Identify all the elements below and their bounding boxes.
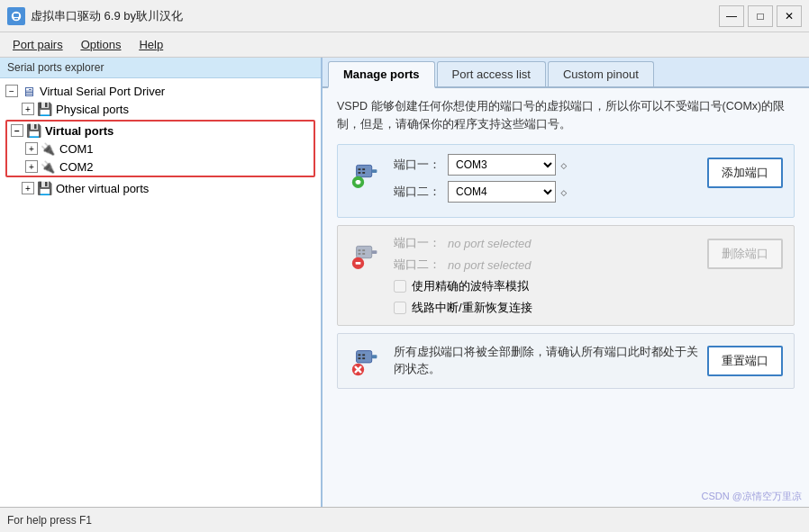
root-icon: 🖥 [20, 84, 36, 98]
reset-button[interactable]: 重置端口 [707, 346, 783, 376]
checkbox1-row: 使用精确的波特率模拟 [394, 278, 698, 294]
svg-rect-23 [362, 354, 365, 356]
com1-expander[interactable]: + [25, 142, 38, 155]
port2-dropdown-icon: ⬦ [559, 184, 568, 200]
com1-icon: 🔌 [40, 141, 56, 156]
title-bar-left: 虚拟串口驱动 6.9 by耿川汉化 [7, 7, 183, 25]
port1-dropdown-icon: ⬦ [559, 157, 568, 173]
app-icon [7, 7, 25, 25]
com2-expander[interactable]: + [25, 160, 38, 173]
checkbox2-row: 线路中断/重新恢复连接 [394, 300, 698, 316]
right-panel: Manage ports Port access list Custom pin… [323, 58, 809, 507]
title-bar: 虚拟串口驱动 6.9 by耿川汉化 — □ ✕ [0, 0, 809, 32]
delete-port2-value: no port selected [448, 258, 532, 272]
add-port2-label: 端口二： [394, 184, 448, 200]
minimize-button[interactable]: — [719, 5, 744, 27]
add-port1-row: 端口一： COM3 COM4 COM5 ⬦ [394, 154, 698, 176]
tree-virtual-ports[interactable]: − 💾 Virtual ports [7, 122, 314, 140]
svg-rect-8 [372, 169, 377, 173]
svg-rect-6 [362, 168, 365, 170]
menu-bar: Port pairs Options Help [0, 32, 809, 58]
watermark: CSDN @凉情空万里凉 [702, 490, 802, 503]
delete-port-section: 端口一： no port selected 端口二： no port selec… [337, 225, 795, 326]
other-virtual-label: Other virtual ports [56, 182, 149, 195]
svg-rect-5 [359, 172, 361, 174]
reset-description: 所有虚拟端口将被全部删除，请确认所有端口此时都处于关闭状态。 [394, 344, 698, 378]
add-port-section: 端口一： COM3 COM4 COM5 ⬦ 端口二： COM4 [337, 144, 795, 218]
delete-port-icon [349, 235, 385, 271]
tab-custom-pinout[interactable]: Custom pinout [548, 61, 654, 86]
title-bar-controls: — □ ✕ [719, 5, 802, 27]
app-title: 虚拟串口驱动 6.9 by耿川汉化 [31, 8, 183, 24]
description-text: VSPD 能够创建任何你想使用的端口号的虚拟端口，所以你可以不受端口号(COMx… [337, 97, 795, 133]
svg-rect-21 [359, 354, 361, 356]
checkbox-baudrate[interactable] [394, 280, 406, 293]
menu-help[interactable]: Help [130, 35, 172, 54]
svg-rect-7 [362, 172, 365, 174]
add-port2-row: 端口二： COM4 COM3 COM5 ⬦ [394, 181, 698, 203]
maximize-button[interactable]: □ [748, 5, 773, 27]
add-section-action: 添加端口 [707, 154, 783, 188]
checkbox-line-break[interactable] [394, 302, 406, 314]
add-port-button[interactable]: 添加端口 [707, 158, 783, 188]
svg-rect-24 [362, 357, 365, 359]
delete-port2-label: 端口二： [394, 257, 448, 273]
svg-rect-4 [359, 168, 361, 170]
svg-rect-20 [357, 351, 372, 363]
physical-ports-label: Physical ports [56, 103, 129, 116]
other-virtual-icon: 💾 [36, 181, 52, 195]
virtual-expander[interactable]: − [11, 124, 23, 137]
menu-options[interactable]: Options [72, 35, 131, 54]
menu-port-pairs[interactable]: Port pairs [4, 35, 72, 54]
add-port2-select[interactable]: COM4 COM3 COM5 [448, 181, 556, 203]
menu-options-label: Options [81, 38, 122, 51]
svg-rect-16 [362, 253, 365, 255]
com1-label: COM1 [59, 142, 94, 156]
delete-port1-label: 端口一： [394, 235, 448, 251]
svg-rect-14 [359, 253, 361, 255]
checkbox1-label: 使用精确的波特率模拟 [412, 278, 529, 294]
delete-section-action: 删除端口 [707, 235, 783, 269]
delete-port2-row: 端口二： no port selected [394, 257, 698, 273]
tree-com1[interactable]: + 🔌 COM1 [7, 140, 314, 158]
root-expander[interactable]: − [5, 85, 18, 97]
delete-section-inner: 端口一： no port selected 端口二： no port selec… [349, 235, 783, 316]
svg-rect-3 [357, 165, 372, 176]
content-area: VSPD 能够创建任何你想使用的端口号的虚拟端口，所以你可以不受端口号(COMx… [323, 88, 809, 507]
delete-section-fields: 端口一： no port selected 端口二： no port selec… [394, 235, 698, 316]
svg-rect-13 [359, 249, 361, 251]
status-text: For help press F1 [7, 514, 92, 527]
svg-rect-19 [356, 262, 361, 265]
checkbox2-label: 线路中断/重新恢复连接 [412, 300, 532, 316]
svg-rect-25 [372, 355, 377, 358]
svg-rect-15 [362, 249, 365, 251]
menu-port-pairs-label: Port pairs [13, 38, 63, 51]
delete-port1-row: 端口一： no port selected [394, 235, 698, 251]
close-button[interactable]: ✕ [777, 5, 802, 27]
tree-other-virtual[interactable]: + 💾 Other virtual ports [4, 179, 317, 197]
delete-port-button[interactable]: 删除端口 [707, 239, 783, 269]
add-section-fields: 端口一： COM3 COM4 COM5 ⬦ 端口二： COM4 [394, 154, 698, 208]
tab-port-access-label: Port access list [452, 68, 531, 81]
physical-ports-icon: 💾 [36, 102, 52, 116]
virtual-ports-icon: 💾 [25, 123, 41, 138]
add-port1-select[interactable]: COM3 COM4 COM5 [448, 154, 556, 176]
tree-physical-ports[interactable]: + 💾 Physical ports [4, 100, 317, 118]
svg-rect-22 [359, 357, 361, 359]
left-panel: Serial ports explorer − 🖥 Virtual Serial… [0, 58, 323, 507]
root-label: Virtual Serial Port Driver [40, 85, 165, 98]
com2-icon: 🔌 [40, 159, 56, 174]
svg-rect-12 [357, 246, 372, 257]
tab-port-access[interactable]: Port access list [437, 61, 546, 86]
physical-expander[interactable]: + [22, 103, 34, 115]
tab-custom-pinout-label: Custom pinout [563, 68, 639, 81]
delete-port1-value: no port selected [448, 237, 532, 250]
virtual-ports-label: Virtual ports [45, 124, 114, 138]
other-virtual-expander[interactable]: + [22, 182, 34, 194]
reset-icon [349, 343, 385, 379]
main-container: Serial ports explorer − 🖥 Virtual Serial… [0, 58, 809, 507]
tab-manage-ports[interactable]: Manage ports [328, 61, 435, 88]
tree-container: − 🖥 Virtual Serial Port Driver + 💾 Physi… [0, 78, 321, 507]
tree-com2[interactable]: + 🔌 COM2 [7, 158, 314, 176]
tree-root[interactable]: − 🖥 Virtual Serial Port Driver [4, 82, 317, 100]
